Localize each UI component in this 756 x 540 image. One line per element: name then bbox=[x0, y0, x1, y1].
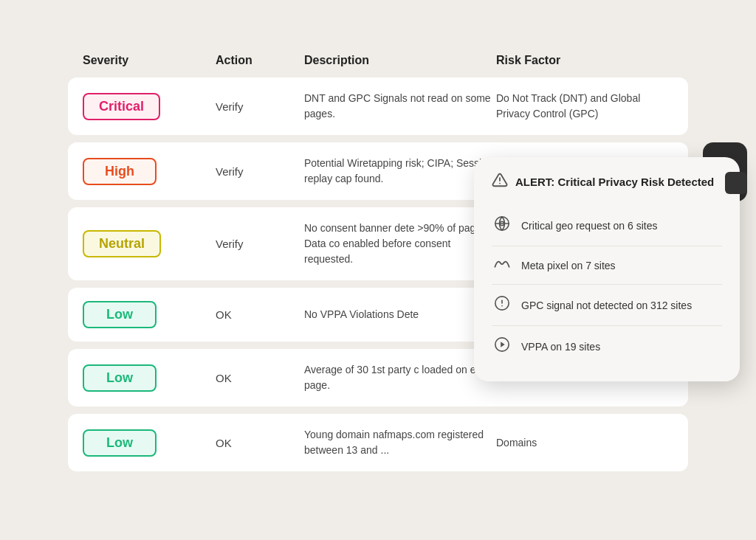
alert-item-geo: Critical geo request on 6 sites bbox=[492, 205, 722, 246]
meta-icon bbox=[492, 257, 512, 274]
risk-factor-cell: Domains bbox=[496, 435, 673, 451]
svg-marker-8 bbox=[501, 342, 505, 347]
alert-item-meta: Meta pixel on 7 sites bbox=[492, 246, 722, 285]
header-action: Action bbox=[216, 54, 304, 67]
header-risk-factor: Risk Factor bbox=[496, 54, 673, 67]
description-cell: No VPPA Violations Dete bbox=[304, 307, 496, 322]
severity-cell: Low bbox=[83, 364, 216, 392]
alert-title: ALERT: Critical Privacy Risk Detected bbox=[515, 176, 714, 188]
alert-popup: ALERT: Critical Privacy Risk Detected Cr… bbox=[474, 157, 740, 381]
description-cell: No consent banner dete >90% of pages. Da… bbox=[304, 221, 496, 267]
alert-item-vppa: VPPA on 19 sites bbox=[492, 326, 722, 367]
description-cell: DNT and GPC Signals not read on some pag… bbox=[304, 91, 496, 122]
alert-item-gpc: GPC signal not detected on 312 sites bbox=[492, 285, 722, 326]
severity-badge-neutral: Neutral bbox=[83, 230, 161, 257]
action-cell: Verify bbox=[216, 100, 304, 113]
alert-item-vppa-text: VPPA on 19 sites bbox=[521, 341, 600, 353]
header-description: Description bbox=[304, 54, 496, 67]
alert-item-meta-text: Meta pixel on 7 sites bbox=[521, 260, 616, 271]
alert-header: ALERT: Critical Privacy Risk Detected bbox=[492, 172, 722, 192]
action-cell: OK bbox=[216, 372, 304, 384]
severity-cell: High bbox=[83, 158, 216, 185]
header-severity: Severity bbox=[83, 54, 216, 67]
severity-badge-critical: Critical bbox=[83, 93, 160, 120]
action-cell: Verify bbox=[216, 165, 304, 178]
severity-badge-low: Low bbox=[83, 301, 157, 328]
severity-cell: Low bbox=[83, 429, 216, 457]
description-cell: Average of 30 1st party c loaded on each… bbox=[304, 362, 496, 393]
geo-icon bbox=[492, 215, 512, 235]
alert-item-geo-text: Critical geo request on 6 sites bbox=[521, 220, 657, 232]
description-cell: Potential Wiretapping risk; CIPA; Sessio… bbox=[304, 156, 496, 187]
severity-badge-low-2: Low bbox=[83, 364, 157, 392]
table-row: Low OK Young domain nafmaps.com register… bbox=[68, 414, 688, 471]
alert-item-gpc-text: GPC signal not detected on 312 sites bbox=[521, 300, 692, 311]
table-header: Severity Action Description Risk Factor bbox=[68, 54, 688, 75]
severity-cell: Neutral bbox=[83, 230, 216, 257]
severity-cell: Critical bbox=[83, 93, 216, 120]
severity-badge-low-3: Low bbox=[83, 429, 157, 457]
severity-cell: Low bbox=[83, 301, 216, 328]
risk-factor-cell: Do Not Track (DNT) and Global Privacy Co… bbox=[496, 91, 673, 122]
table-row: Critical Verify DNT and GPC Signals not … bbox=[68, 77, 688, 135]
alert-warning-icon bbox=[492, 172, 508, 192]
vppa-icon bbox=[492, 336, 512, 356]
action-cell: OK bbox=[216, 437, 304, 449]
gpc-icon bbox=[492, 295, 512, 315]
action-cell: Verify bbox=[216, 238, 304, 250]
severity-badge-high: High bbox=[83, 158, 157, 185]
description-cell: Young domain nafmaps.com registered betw… bbox=[304, 427, 496, 458]
action-cell: OK bbox=[216, 308, 304, 321]
main-container: Severity Action Description Risk Factor … bbox=[46, 39, 710, 501]
